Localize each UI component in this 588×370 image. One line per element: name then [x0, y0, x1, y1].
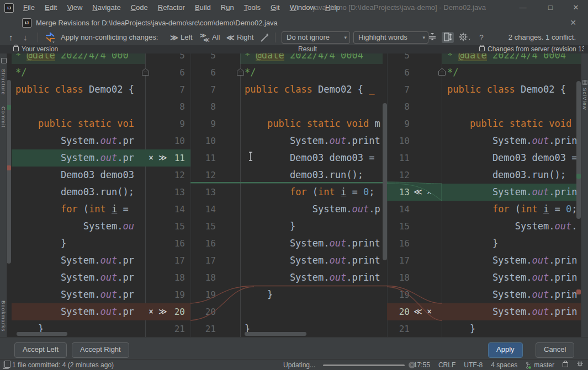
help-icon[interactable]: ?	[479, 30, 484, 45]
dialog-titlebar: IJ Merge Revisions for D:\IdeaProjects\j…	[0, 15, 588, 30]
chevron-down-icon: ▾	[422, 32, 425, 43]
fold-marker-icon[interactable]	[438, 68, 446, 76]
git-branch-widget[interactable]: master	[526, 360, 554, 370]
cancel-button[interactable]: Cancel	[536, 342, 574, 358]
result-pane-horizontal-scrollbar[interactable]	[245, 332, 306, 336]
accept-right-button[interactable]: Accept Right	[72, 342, 129, 358]
tool-window-commit[interactable]: Commit	[1, 106, 7, 128]
left-tool-stripe: Structure Commit Bookmarks	[0, 53, 7, 337]
text-cursor	[248, 152, 253, 162]
lock-icon	[13, 46, 19, 51]
statusbar-gear-icon[interactable]	[576, 360, 584, 370]
clock-time: 17:55	[414, 360, 430, 370]
fold-marker-icon[interactable]	[236, 68, 245, 76]
tool-window-bookmarks[interactable]: Bookmarks	[1, 301, 7, 332]
read-lock-icon[interactable]	[563, 360, 568, 370]
next-change-button[interactable]: ↓	[23, 30, 28, 45]
scrollbar-change-mark[interactable]	[576, 174, 581, 179]
app-logo-icon: IJ	[4, 3, 14, 13]
left-pane-horizontal-scrollbar[interactable]	[17, 332, 67, 336]
line-ending-selector[interactable]: CRLF	[438, 360, 455, 370]
tool-window-sciview[interactable]: SciView	[582, 88, 588, 110]
previous-change-button[interactable]: ↑	[9, 30, 13, 45]
maximize-button[interactable]: □	[538, 0, 563, 15]
menu-run[interactable]: Run	[216, 0, 239, 15]
pane-headers: Your version Result Changes from server …	[0, 45, 588, 53]
left-pane-header: Your version	[13, 45, 58, 53]
dialog-icon: IJ	[22, 18, 31, 28]
accept-left-button[interactable]: Accept Left	[14, 342, 67, 358]
collapse-unchanged-icon[interactable]	[426, 32, 438, 43]
gear-settings-icon[interactable]	[457, 32, 473, 43]
menu-view[interactable]: View	[62, 0, 87, 15]
menu-bar: FileEditViewNavigateCodeRefactorBuildRun…	[18, 0, 345, 15]
changes-summary: 2 changes. 1 conflict.	[508, 30, 576, 45]
merge-toolbar: ↑ ↓ Apply non-conflicting changes: ≫ Lef…	[0, 30, 588, 46]
branch-icon	[526, 362, 532, 369]
menu-refactor[interactable]: Refactor	[153, 0, 190, 15]
scrollbar-change-mark[interactable]	[7, 105, 11, 110]
minimize-button[interactable]: —	[511, 0, 535, 15]
three-way-merge-editor: * @date 2022/4/4 000*/public class Demo0…	[0, 53, 588, 337]
close-window-button[interactable]: ✕	[564, 0, 588, 15]
ignore-policy-dropdown[interactable]: Do not ignore▾	[282, 31, 350, 44]
apply-non-conflicting-icon[interactable]	[44, 30, 57, 45]
apply-left-button[interactable]: Left	[181, 30, 193, 45]
menu-git[interactable]: Git	[266, 0, 285, 15]
window-titlebar: IJ FileEditViewNavigateCodeRefactorBuild…	[0, 0, 588, 16]
menu-tools[interactable]: Tools	[239, 0, 266, 15]
status-bar: 1 file committed: 4 (2 minutes ago) Upda…	[0, 359, 588, 370]
lock-icon	[479, 46, 485, 51]
apply-left-icon[interactable]: ≫	[170, 30, 178, 45]
dialog-close-icon[interactable]: ✕	[566, 15, 580, 30]
scrollbar-conflict-mark[interactable]	[7, 165, 11, 170]
chevron-down-icon: ▾	[344, 32, 347, 43]
right-pane-vertical-scrollbar[interactable]	[576, 81, 581, 219]
menu-code[interactable]: Code	[126, 0, 153, 15]
grid-tool-icon[interactable]	[582, 80, 587, 85]
magic-resolve-icon[interactable]	[259, 30, 271, 45]
tool-window-structure[interactable]: Structure	[1, 69, 7, 95]
menu-build[interactable]: Build	[190, 0, 216, 15]
tool-window-icon[interactable]	[1, 58, 7, 63]
commit-notification-icon	[3, 362, 9, 369]
apply-right-icon[interactable]: ≪	[226, 30, 235, 45]
right-tool-stripe: SciView	[581, 53, 588, 337]
diff-connectors	[0, 53, 588, 337]
result-pane-vertical-scrollbar[interactable]	[383, 103, 387, 260]
dialog-title: Merge Revisions for D:\IdeaProjects\java…	[36, 19, 278, 27]
update-progress-bar	[323, 364, 405, 366]
apply-right-button[interactable]: Right	[237, 30, 253, 45]
encoding-selector[interactable]: UTF-8	[464, 360, 483, 370]
highlight-policy-dropdown[interactable]: Highlight words▾	[353, 31, 428, 44]
apply-non-conflicting-label: Apply non-conflicting changes:	[61, 30, 158, 45]
commit-status-text[interactable]: 1 file committed: 4 (2 minutes ago)	[12, 360, 114, 370]
scrollbar-conflict-mark[interactable]	[576, 289, 581, 294]
menu-navigate[interactable]: Navigate	[87, 0, 125, 15]
ide-window: IJ FileEditViewNavigateCodeRefactorBuild…	[0, 0, 588, 370]
indent-selector[interactable]: 4 spaces	[491, 360, 517, 370]
menu-file[interactable]: File	[18, 0, 40, 15]
window-title: java-demo [D:\IdeaProjects\java-demo] - …	[313, 0, 486, 15]
right-pane-header: Changes from server (revision 13f9460294…	[479, 45, 584, 53]
updating-label: Updating...	[283, 360, 315, 370]
apply-all-button[interactable]: All	[212, 30, 220, 45]
result-pane-header: Result	[298, 45, 317, 53]
menu-edit[interactable]: Edit	[40, 0, 62, 15]
apply-button[interactable]: Apply	[488, 342, 523, 358]
dialog-footer: Accept Left Accept Right Apply Cancel	[0, 337, 588, 360]
fold-marker-icon[interactable]	[141, 68, 150, 76]
synchronize-scrolling-icon[interactable]	[442, 32, 454, 43]
